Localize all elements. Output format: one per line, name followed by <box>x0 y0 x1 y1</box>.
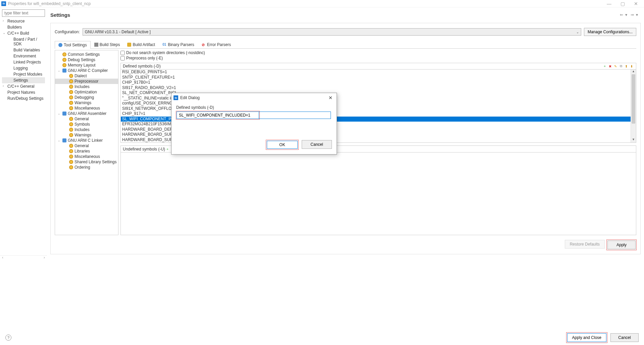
modal-ok-button[interactable]: OK <box>267 141 298 149</box>
copy-symbol-button[interactable]: ⧉ <box>618 64 623 69</box>
tree-item-run-debug-settings[interactable]: Run/Debug Settings <box>2 95 45 101</box>
chevron-down-icon: ⌄ <box>58 112 60 115</box>
gear-icon <box>69 106 73 110</box>
dropdown-icon[interactable]: ▾ <box>636 12 641 17</box>
tree-item-board-part-sdk[interactable]: Board / Part / SDK <box>2 36 45 47</box>
gear-icon <box>69 128 73 132</box>
close-window-button[interactable]: ✕ <box>629 1 643 6</box>
dialog-footer: ? Apply and Close Cancel <box>0 330 644 345</box>
tt-link-shared-library[interactable]: Shared Library Settings <box>55 159 118 165</box>
filter-input[interactable] <box>2 9 45 17</box>
tab-build-artifact[interactable]: Build Artifact <box>123 41 159 48</box>
scroll-thumb[interactable] <box>632 74 635 124</box>
add-symbol-button[interactable]: ＋ <box>602 64 607 69</box>
tree-item-build-variables[interactable]: Build Variables <box>2 47 45 53</box>
gear-icon <box>69 85 73 89</box>
tt-dialect[interactable]: Dialect <box>55 73 118 79</box>
add-undef-button[interactable]: ＋ <box>165 147 170 152</box>
tree-item-linked-projects[interactable]: Linked Projects <box>2 59 45 65</box>
tt-gnu-arm-c-linker[interactable]: ⌄GNU ARM C Linker <box>55 138 118 143</box>
scroll-right-icon[interactable]: › <box>42 256 47 261</box>
tree-item-ccpp-build[interactable]: ⌄C/C++ Build <box>2 30 45 36</box>
tool-settings-tree: Common Settings Debug Settings Memory La… <box>55 50 118 235</box>
apply-button[interactable]: Apply <box>607 241 636 249</box>
defined-symbol-item[interactable]: SNTP_CLIENT_FEATURE=1 <box>121 75 636 80</box>
defined-symbol-input[interactable] <box>177 112 259 119</box>
tt-asm-general[interactable]: General <box>55 116 118 122</box>
tab-error-parsers[interactable]: ⊘Error Parsers <box>198 41 235 48</box>
tt-debug-settings[interactable]: Debug Settings <box>55 57 118 62</box>
tt-preprocessor[interactable]: Preprocessor <box>55 79 118 84</box>
tt-common-settings[interactable]: Common Settings <box>55 52 118 57</box>
gear-icon <box>69 149 73 153</box>
tt-gnu-arm-c-compiler[interactable]: ⌄GNU ARM C Compiler <box>55 68 118 73</box>
tree-item-project-natures[interactable]: Project Natures <box>2 89 45 95</box>
tt-link-ordering[interactable]: Ordering <box>55 165 118 170</box>
modal-cancel-button[interactable]: Cancel <box>302 140 332 149</box>
window-title: Properties for wifi_embedded_sntp_client… <box>8 1 91 6</box>
tree-item-resource[interactable]: ›Resource <box>2 18 45 24</box>
tab-bar: Tool Settings Build Steps Build Artifact… <box>55 41 636 49</box>
tt-debugging[interactable]: Debugging <box>55 95 118 100</box>
scroll-left-icon[interactable]: ‹ <box>0 256 5 261</box>
manage-configurations-button[interactable]: Manage Configurations... <box>584 28 636 36</box>
nostdinc-checkbox[interactable] <box>120 51 125 55</box>
back-icon[interactable]: ⇐ <box>620 12 625 17</box>
tab-tool-settings[interactable]: Tool Settings <box>55 41 91 49</box>
scroll-down-icon[interactable]: ▼ <box>631 138 636 142</box>
gear-icon <box>69 122 73 126</box>
tt-asm-symbols[interactable]: Symbols <box>55 122 118 127</box>
defined-symbols-header: Defined symbols (-D) ＋ ✖ ✎ ⧉ ⬆ ⬇ <box>120 63 636 70</box>
tt-link-libraries[interactable]: Libraries <box>55 148 118 154</box>
defined-symbol-item[interactable]: RSI_DEBUG_PRINTS=1 <box>121 70 636 75</box>
tt-gnu-arm-assembler[interactable]: ⌄GNU ARM Assembler <box>55 111 118 116</box>
nostdinc-label: Do not search system directories (-nostd… <box>126 50 205 55</box>
tree-item-builders[interactable]: Builders <box>2 24 45 30</box>
move-up-button[interactable]: ⬆ <box>624 64 629 69</box>
preprocess-only-checkbox[interactable] <box>120 56 125 60</box>
apply-and-close-button[interactable]: Apply and Close <box>567 333 606 342</box>
tool-icon <box>58 43 62 47</box>
tt-optimization[interactable]: Optimization <box>55 89 118 95</box>
modal-close-button[interactable]: ✕ <box>327 95 335 100</box>
minimize-button[interactable]: — <box>602 1 616 6</box>
tt-includes[interactable]: Includes <box>55 84 118 89</box>
input-extension[interactable] <box>259 112 331 119</box>
tt-asm-warnings[interactable]: Warnings <box>55 132 118 138</box>
tree-item-project-modules[interactable]: Project Modules <box>2 71 45 77</box>
move-down-button[interactable]: ⬇ <box>629 64 634 69</box>
tab-build-steps[interactable]: Build Steps <box>91 41 124 48</box>
restore-defaults-button[interactable]: Restore Defaults <box>565 240 605 249</box>
app-icon: Si <box>174 95 178 100</box>
configuration-select[interactable]: GNU ARM v10.3.1 - Default [ Active ] ⌄ <box>83 28 581 36</box>
sidebar-horizontal-scrollbar[interactable]: ‹ › <box>0 255 47 261</box>
tree-item-logging[interactable]: Logging <box>2 65 45 71</box>
scroll-up-icon[interactable]: ▲ <box>631 70 636 74</box>
tt-warnings[interactable]: Warnings <box>55 100 118 105</box>
scrollbar[interactable]: ▲ ▼ <box>631 70 636 142</box>
tt-link-miscellaneous[interactable]: Miscellaneous <box>55 154 118 159</box>
tree-item-environment[interactable]: Environment <box>2 53 45 59</box>
defined-symbol-item[interactable]: SI917_RADIO_BOARD_V2=1 <box>121 85 636 91</box>
gear-icon <box>69 117 73 121</box>
tt-memory-layout[interactable]: Memory Layout <box>55 62 118 68</box>
maximize-button[interactable]: ▢ <box>616 1 629 6</box>
delete-symbol-button[interactable]: ✖ <box>608 64 612 69</box>
tt-miscellaneous[interactable]: Miscellaneous <box>55 105 118 111</box>
tt-link-general[interactable]: General <box>55 143 118 148</box>
edit-symbol-button[interactable]: ✎ <box>613 64 618 69</box>
chevron-down-icon: ⌄ <box>576 30 579 34</box>
tree-item-settings[interactable]: Settings <box>2 77 45 83</box>
defined-symbol-item[interactable]: CHIP_917B0=1 <box>121 80 636 85</box>
dropdown-icon[interactable]: ▾ <box>625 12 630 17</box>
gear-icon <box>69 133 73 137</box>
cancel-button[interactable]: Cancel <box>610 333 639 342</box>
gear-icon <box>69 79 73 83</box>
undefined-symbols-list[interactable] <box>120 153 636 235</box>
help-icon[interactable]: ? <box>5 335 11 341</box>
tt-asm-includes[interactable]: Includes <box>55 127 118 132</box>
forward-icon[interactable]: ⇒ <box>631 12 635 17</box>
tool-icon <box>62 112 66 116</box>
tab-binary-parsers[interactable]: 01Binary Parsers <box>159 41 198 48</box>
tree-item-ccpp-general[interactable]: ›C/C++ General <box>2 83 45 89</box>
